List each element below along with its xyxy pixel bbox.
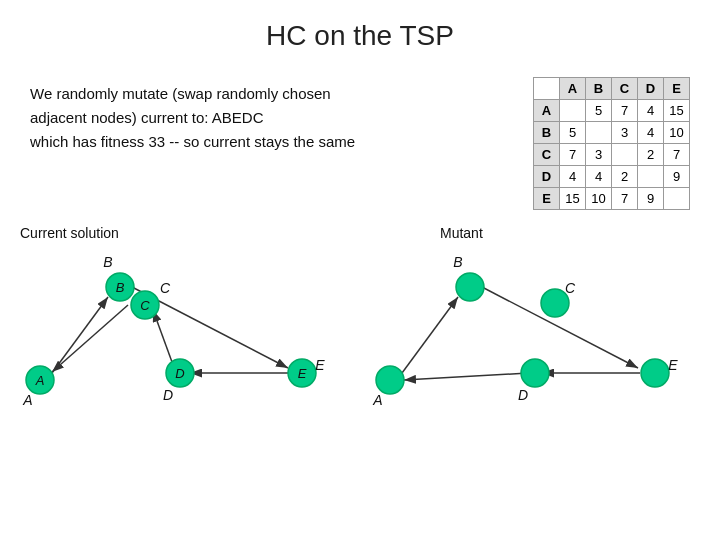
description-text: We randomly mutate (swap randomly chosen…	[30, 72, 513, 210]
svg-point-29	[456, 273, 484, 301]
svg-line-6	[52, 305, 128, 372]
svg-text:A: A	[22, 392, 32, 408]
svg-text:B: B	[116, 280, 125, 295]
svg-point-27	[376, 366, 404, 394]
svg-text:D: D	[518, 387, 528, 403]
mutant-graph: Mutant A B	[360, 225, 710, 425]
distance-table-container: ABCDEA57415B53410C7327D4429E151079	[533, 72, 690, 210]
svg-text:B: B	[103, 254, 112, 270]
svg-text:D: D	[163, 387, 173, 403]
current-graph-svg: A A B B C C D D E E	[10, 225, 350, 425]
svg-text:C: C	[160, 280, 171, 296]
svg-point-33	[521, 359, 549, 387]
svg-text:E: E	[298, 366, 307, 381]
svg-text:B: B	[453, 254, 462, 270]
mutant-graph-svg: A B C D E	[360, 225, 700, 425]
svg-text:E: E	[668, 357, 678, 373]
svg-text:C: C	[565, 280, 576, 296]
svg-line-2	[52, 297, 108, 373]
svg-line-23	[402, 297, 458, 373]
svg-line-25	[404, 373, 528, 380]
svg-line-5	[153, 310, 172, 362]
svg-text:A: A	[372, 392, 382, 408]
svg-text:D: D	[175, 366, 184, 381]
svg-text:A: A	[35, 373, 45, 388]
current-solution-graph: Current solution	[10, 225, 360, 425]
svg-text:C: C	[140, 298, 150, 313]
svg-point-35	[641, 359, 669, 387]
page-title: HC on the TSP	[0, 0, 720, 62]
distance-table: ABCDEA57415B53410C7327D4429E151079	[533, 77, 690, 210]
svg-text:E: E	[315, 357, 325, 373]
